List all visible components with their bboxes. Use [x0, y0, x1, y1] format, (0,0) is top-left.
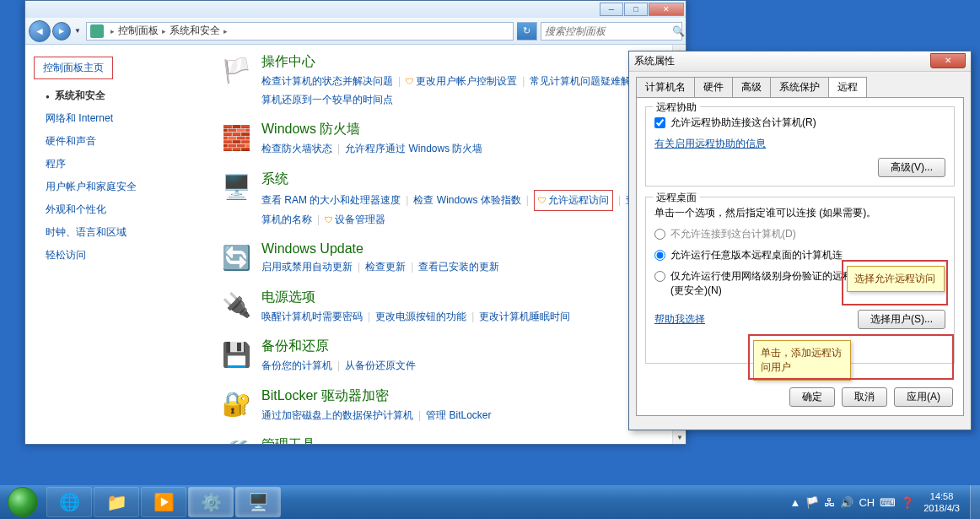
search-field[interactable]: 🔍	[541, 22, 682, 41]
category-link[interactable]: 检查 Windows 体验指数	[413, 194, 520, 206]
minimize-button[interactable]: ─	[600, 3, 623, 16]
control-panel-icon	[90, 24, 104, 38]
apply-button[interactable]: 应用(A)	[894, 387, 953, 407]
category-link[interactable]: 通过加密磁盘上的数据保护计算机	[261, 409, 413, 421]
scroll-down-icon[interactable]: ▼	[673, 430, 686, 444]
allow-remote-assistance-checkbox[interactable]	[654, 117, 665, 128]
shield-icon: 🛡	[538, 196, 547, 205]
select-users-button[interactable]: 选择用户(S)...	[858, 310, 945, 329]
tray-up-icon[interactable]: ▲	[790, 496, 801, 509]
category-title[interactable]: BitLocker 驱动器加密	[261, 387, 669, 405]
category-link[interactable]: 更改用户帐户控制设置	[416, 75, 517, 87]
category-title[interactable]: 备份和还原	[261, 338, 669, 355]
category-link[interactable]: 检查防火墙状态	[261, 143, 332, 154]
link-divider: |	[398, 75, 401, 87]
category-icon: 🏳️	[219, 53, 253, 87]
remote-assistance-info-link[interactable]: 有关启用远程协助的信息	[654, 137, 766, 151]
category-link[interactable]: 查看已安装的更新	[418, 261, 499, 273]
refresh-button[interactable]: ↻	[517, 22, 537, 41]
category-link[interactable]: 允许程序通过 Windows 防火墙	[345, 143, 482, 154]
category-icon: 🔐	[219, 387, 253, 421]
tray-volume-icon[interactable]: 🔊	[840, 496, 853, 509]
category-title[interactable]: Windows 防火墙	[261, 121, 669, 138]
breadcrumb-bar[interactable]: ▸ 控制面板 ▸ 系统和安全 ▸	[86, 22, 514, 41]
category: 🛠️管理工具释放磁盘空间|对硬盘进行碎片整理|🛡创建并格式化硬盘分区|🛡查看事件…	[219, 436, 669, 444]
help-me-choose-link[interactable]: 帮助我选择	[654, 312, 705, 327]
start-button[interactable]	[0, 485, 46, 519]
windows-orb-icon	[8, 487, 38, 517]
tray-help-icon[interactable]: ❓	[901, 496, 914, 509]
radio-allow-any[interactable]	[654, 250, 665, 261]
link-divider: |	[337, 143, 340, 154]
link-divider: |	[618, 194, 621, 206]
tab-computer-name[interactable]: 计算机名	[636, 77, 695, 97]
dialog-title: 系统属性	[634, 54, 675, 68]
address-bar: ◄ ► ▼ ▸ 控制面板 ▸ 系统和安全 ▸ ↻ 🔍	[25, 18, 686, 45]
breadcrumb-control-panel[interactable]: 控制面板	[118, 24, 159, 38]
nav-history-dropdown[interactable]: ▼	[73, 23, 83, 40]
taskbar: 🌐 📁 ▶️ ⚙️ 🖥️ ▲ 🏳️ 🖧 🔊 CH ⌨ ❓ 14:58 2018/…	[0, 485, 980, 519]
category-link[interactable]: 检查更新	[365, 261, 406, 273]
cancel-button[interactable]: 取消	[842, 387, 887, 407]
nav-back-button[interactable]: ◄	[29, 20, 51, 42]
sidebar-item-system-security[interactable]: ●系统和安全	[34, 84, 194, 107]
sidebar-item-ease[interactable]: 轻松访问	[34, 244, 194, 267]
sidebar-item-accounts[interactable]: 用户帐户和家庭安全	[34, 176, 194, 198]
taskbar-system-properties[interactable]: 🖥️	[235, 487, 281, 517]
category: 🔌电源选项唤醒计算机时需要密码|更改电源按钮的功能|更改计算机睡眠时间	[219, 289, 669, 327]
close-button[interactable]: ✕	[649, 3, 684, 16]
category-title[interactable]: 操作中心	[261, 53, 669, 71]
category-link[interactable]: 检查计算机的状态并解决问题	[261, 75, 393, 87]
category-icon: 💾	[219, 338, 253, 371]
control-panel-window: ─ □ ✕ ◄ ► ▼ ▸ 控制面板 ▸ 系统和安全 ▸ ↻ 🔍 控制面板主页 …	[24, 0, 687, 445]
radio-allow-nla[interactable]	[654, 271, 665, 282]
tray-flag-icon[interactable]: 🏳️	[805, 496, 819, 509]
category-title[interactable]: Windows Update	[261, 241, 669, 257]
taskbar-media-player[interactable]: ▶️	[141, 487, 186, 517]
tray-ime-label[interactable]: CH	[859, 496, 875, 509]
tray-clock[interactable]: 14:58 2018/4/3	[923, 490, 960, 515]
tray-network-icon[interactable]: 🖧	[824, 496, 835, 509]
category-link[interactable]: 常见计算机问题疑难解	[530, 75, 631, 87]
sidebar-item-appearance[interactable]: 外观和个性化	[34, 198, 194, 221]
category-title[interactable]: 管理工具	[261, 436, 669, 444]
category-title[interactable]: 电源选项	[261, 289, 669, 306]
dialog-close-button[interactable]: ✕	[930, 53, 966, 68]
nav-forward-button[interactable]: ►	[52, 22, 71, 41]
tab-hardware[interactable]: 硬件	[694, 77, 733, 97]
category-link[interactable]: 设备管理器	[335, 214, 385, 225]
category-link[interactable]: 管理 BitLocker	[426, 409, 491, 421]
dialog-titlebar: 系统属性 ✕	[629, 51, 971, 72]
show-desktop-button[interactable]	[970, 485, 980, 519]
maximize-button[interactable]: □	[624, 3, 648, 16]
category-link[interactable]: 从备份还原文件	[345, 360, 416, 371]
tray-ime-icon[interactable]: ⌨	[880, 496, 896, 509]
category-link[interactable]: 启用或禁用自动更新	[261, 261, 353, 273]
category-link[interactable]: 允许远程访问	[548, 194, 609, 206]
category-link[interactable]: 备份您的计算机	[261, 360, 332, 371]
search-input[interactable]	[545, 25, 672, 37]
search-icon[interactable]: 🔍	[672, 25, 685, 37]
tab-system-protection[interactable]: 系统保护	[770, 77, 829, 97]
groupbox-title: 远程桌面	[653, 191, 700, 205]
tab-remote[interactable]: 远程	[828, 77, 867, 97]
category-link[interactable]: 更改计算机睡眠时间	[479, 311, 570, 322]
breadcrumb-system-security[interactable]: 系统和安全	[170, 24, 220, 38]
category-title[interactable]: 系统	[261, 170, 669, 188]
sidebar-item-hardware[interactable]: 硬件和声音	[34, 130, 194, 153]
category-link[interactable]: 更改电源按钮的功能	[375, 311, 466, 322]
sidebar-item-network[interactable]: 网络和 Internet	[34, 107, 194, 130]
taskbar-ie[interactable]: 🌐	[46, 487, 92, 517]
tab-advanced[interactable]: 高级	[732, 77, 771, 97]
category-link[interactable]: 唤醒计算机时需要密码	[261, 311, 363, 322]
sidebar-home[interactable]: 控制面板主页	[34, 57, 113, 79]
taskbar-control-panel[interactable]: ⚙️	[188, 487, 234, 517]
clock-time: 14:58	[923, 490, 960, 502]
sidebar-item-clock[interactable]: 时钟、语言和区域	[34, 221, 194, 244]
taskbar-explorer[interactable]: 📁	[94, 487, 139, 517]
category-link[interactable]: 查看 RAM 的大小和处理器速度	[261, 194, 401, 206]
radio-dont-allow[interactable]	[654, 229, 665, 240]
sidebar-item-programs[interactable]: 程序	[34, 153, 194, 176]
advanced-button[interactable]: 高级(V)...	[878, 158, 945, 177]
ok-button[interactable]: 确定	[789, 387, 835, 407]
